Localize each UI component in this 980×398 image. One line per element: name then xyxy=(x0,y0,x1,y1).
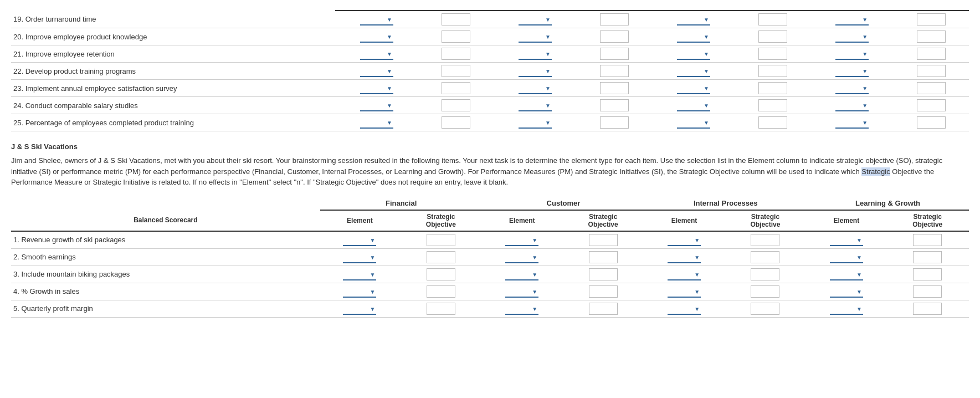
objective-input[interactable] xyxy=(442,65,470,77)
objective-input[interactable] xyxy=(600,65,629,77)
element-select[interactable]: SOSIPMn xyxy=(835,116,869,129)
element-select[interactable]: SOSIPMn xyxy=(677,82,710,94)
objective-cell[interactable] xyxy=(399,283,482,300)
element-cell[interactable]: SOSIPMn xyxy=(652,11,735,28)
element-select[interactable]: SOSIPMn xyxy=(668,251,701,263)
element-cell[interactable]: SOSIPMn xyxy=(810,97,894,114)
objective-cell[interactable] xyxy=(735,114,810,131)
objective-input[interactable] xyxy=(758,30,787,43)
element-select[interactable]: SOSIPMn xyxy=(360,82,393,94)
objective-cell[interactable] xyxy=(886,300,969,317)
element-select[interactable]: SOSIPMn xyxy=(343,268,376,280)
element-cell[interactable]: SOSIPMn xyxy=(644,248,724,266)
objective-input[interactable] xyxy=(442,99,470,111)
element-select[interactable]: SOSIPMn xyxy=(835,30,869,43)
element-cell[interactable]: SOSIPMn xyxy=(810,114,894,131)
element-cell[interactable]: SOSIPMn xyxy=(810,80,894,97)
objective-input[interactable] xyxy=(589,268,618,280)
objective-cell[interactable] xyxy=(886,248,969,266)
element-select[interactable]: SOSIPMn xyxy=(835,13,869,25)
objective-cell[interactable] xyxy=(577,45,652,63)
element-select[interactable]: SOSIPMn xyxy=(519,30,552,43)
element-cell[interactable]: SOSIPMn xyxy=(320,231,399,249)
element-cell[interactable]: SOSIPMn xyxy=(652,80,735,97)
element-select[interactable]: SOSIPMn xyxy=(505,268,538,280)
element-cell[interactable]: SOSIPMn xyxy=(652,63,735,80)
objective-input[interactable] xyxy=(442,82,470,94)
objective-input[interactable] xyxy=(917,116,946,129)
element-select[interactable]: SOSIPMn xyxy=(830,303,863,315)
element-select[interactable]: SOSIPMn xyxy=(360,48,393,60)
element-cell[interactable]: SOSIPMn xyxy=(810,63,894,80)
objective-cell[interactable] xyxy=(418,63,494,80)
objective-input[interactable] xyxy=(600,13,629,25)
element-cell[interactable]: SOSIPMn xyxy=(810,28,894,45)
objective-cell[interactable] xyxy=(577,97,652,114)
objective-cell[interactable] xyxy=(724,231,807,249)
element-cell[interactable]: SOSIPMn xyxy=(320,283,399,300)
objective-cell[interactable] xyxy=(886,266,969,283)
element-cell[interactable]: SOSIPMn xyxy=(494,45,577,63)
element-cell[interactable]: SOSIPMn xyxy=(644,266,724,283)
element-select[interactable]: SOSIPMn xyxy=(505,285,538,298)
element-cell[interactable]: SOSIPMn xyxy=(652,97,735,114)
element-select[interactable]: SOSIPMn xyxy=(835,99,869,111)
objective-cell[interactable] xyxy=(894,97,969,114)
objective-input[interactable] xyxy=(589,234,618,246)
element-select[interactable]: SOSIPMn xyxy=(677,30,710,43)
element-cell[interactable]: SOSIPMn xyxy=(494,80,577,97)
objective-input[interactable] xyxy=(600,48,629,60)
objective-input[interactable] xyxy=(913,251,942,263)
objective-input[interactable] xyxy=(913,268,942,280)
element-cell[interactable]: SOSIPMn xyxy=(494,28,577,45)
element-cell[interactable]: SOSIPMn xyxy=(652,45,735,63)
element-select[interactable]: SOSIPMn xyxy=(505,303,538,315)
element-cell[interactable]: SOSIPMn xyxy=(335,63,418,80)
objective-input[interactable] xyxy=(589,251,618,263)
objective-input[interactable] xyxy=(917,99,946,111)
objective-cell[interactable] xyxy=(735,28,810,45)
objective-cell[interactable] xyxy=(562,300,644,317)
objective-input[interactable] xyxy=(758,82,787,94)
objective-cell[interactable] xyxy=(894,80,969,97)
element-select[interactable]: SOSIPMn xyxy=(668,234,701,246)
objective-cell[interactable] xyxy=(735,11,810,28)
objective-input[interactable] xyxy=(758,48,787,60)
element-cell[interactable]: SOSIPMn xyxy=(807,248,886,266)
element-select[interactable]: SOSIPMn xyxy=(830,234,863,246)
objective-input[interactable] xyxy=(600,30,629,43)
objective-input[interactable] xyxy=(758,99,787,111)
element-select[interactable]: SOSIPMn xyxy=(360,30,393,43)
objective-input[interactable] xyxy=(442,116,470,129)
objective-input[interactable] xyxy=(758,65,787,77)
element-select[interactable]: SOSIPMn xyxy=(835,48,869,60)
objective-cell[interactable] xyxy=(577,11,652,28)
element-select[interactable]: SOSIPMn xyxy=(830,251,863,263)
objective-cell[interactable] xyxy=(735,45,810,63)
element-cell[interactable]: SOSIPMn xyxy=(644,283,724,300)
element-cell[interactable]: SOSIPMn xyxy=(483,283,562,300)
objective-input[interactable] xyxy=(600,82,629,94)
objective-input[interactable] xyxy=(917,13,946,25)
objective-cell[interactable] xyxy=(399,266,482,283)
objective-cell[interactable] xyxy=(399,231,482,249)
element-cell[interactable]: SOSIPMn xyxy=(483,300,562,317)
objective-cell[interactable] xyxy=(735,80,810,97)
element-select[interactable]: SOSIPMn xyxy=(677,48,710,60)
element-select[interactable]: SOSIPMn xyxy=(360,13,393,25)
objective-input[interactable] xyxy=(913,285,942,298)
element-select[interactable]: SOSIPMn xyxy=(343,285,376,298)
objective-cell[interactable] xyxy=(562,283,644,300)
element-cell[interactable]: SOSIPMn xyxy=(494,11,577,28)
objective-input[interactable] xyxy=(751,285,779,298)
element-cell[interactable]: SOSIPMn xyxy=(652,114,735,131)
element-cell[interactable]: SOSIPMn xyxy=(320,266,399,283)
element-cell[interactable]: SOSIPMn xyxy=(807,266,886,283)
element-cell[interactable]: SOSIPMn xyxy=(335,11,418,28)
element-cell[interactable]: SOSIPMn xyxy=(335,114,418,131)
element-cell[interactable]: SOSIPMn xyxy=(644,300,724,317)
element-cell[interactable]: SOSIPMn xyxy=(644,231,724,249)
element-cell[interactable]: SOSIPMn xyxy=(483,231,562,249)
element-select[interactable]: SOSIPMn xyxy=(519,116,552,129)
element-cell[interactable]: SOSIPMn xyxy=(810,11,894,28)
